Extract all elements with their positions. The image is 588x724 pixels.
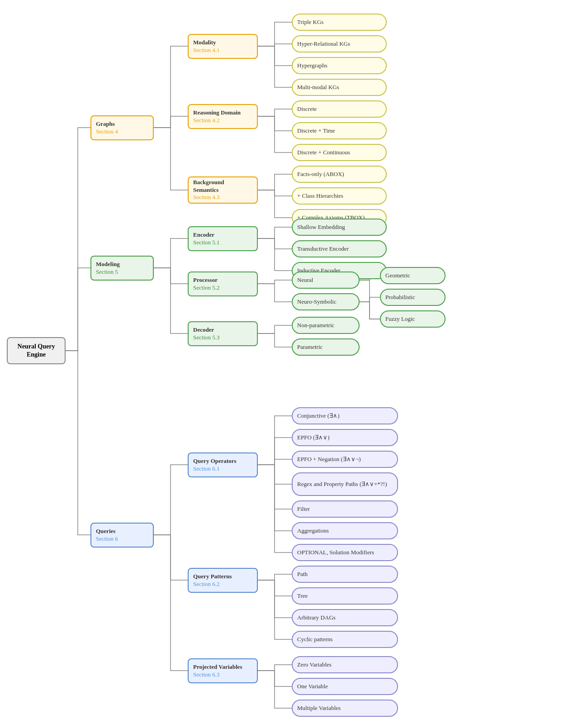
hyper-rel-label: Hyper-Relational KGs bbox=[297, 40, 381, 48]
background-title: BackgroundSemantics bbox=[193, 179, 252, 194]
qoperators-title: Query Operators bbox=[193, 457, 252, 465]
optional-node: OPTIONAL, Solution Modifiers bbox=[292, 544, 398, 561]
non-param-node: Non-parametric bbox=[292, 317, 360, 334]
probabilistic-node: Probabilistic bbox=[380, 289, 446, 306]
triple-node: Triple KGs bbox=[292, 14, 387, 31]
discrete-time-label: Discrete + Time bbox=[297, 127, 381, 135]
queries-sub: Section 6 bbox=[96, 535, 148, 543]
filter-node: Filter bbox=[292, 500, 398, 518]
path-node: Path bbox=[292, 566, 398, 583]
parametric-label: Parametric bbox=[297, 343, 354, 351]
graphs-sub: Section 4 bbox=[96, 128, 148, 136]
neural-node: Neural bbox=[292, 272, 360, 289]
queries-title: Queries bbox=[96, 528, 148, 535]
root-label: Neural Query Engine bbox=[12, 343, 60, 359]
zero-var-node: Zero Variables bbox=[292, 656, 398, 673]
modality-sub: Section 4.1 bbox=[193, 47, 252, 54]
zero-var-label: Zero Variables bbox=[297, 661, 393, 669]
transductive-node: Transductive Encoder bbox=[292, 240, 387, 257]
aggregations-label: Aggregations bbox=[297, 527, 393, 535]
arbitrary-node: Arbitrary DAGs bbox=[292, 609, 398, 626]
one-var-node: One Variable bbox=[292, 678, 398, 695]
reasoning-title: Reasoning Domain bbox=[193, 109, 252, 117]
triple-label: Triple KGs bbox=[297, 19, 381, 26]
decoder-sub: Section 5.3 bbox=[193, 334, 252, 342]
neural-label: Neural bbox=[297, 276, 354, 284]
encoder-title: Encoder bbox=[193, 231, 252, 239]
background-sub: Section 4.3 bbox=[193, 194, 252, 201]
modality-title: Modality bbox=[193, 39, 252, 47]
processor-title: Processor bbox=[193, 276, 252, 284]
geometric-label: Geometric bbox=[385, 272, 440, 280]
hyper-rel-node: Hyper-Relational KGs bbox=[292, 35, 387, 52]
epfo-node: EPFO (∃∧∨) bbox=[292, 429, 398, 446]
multi-var-node: Multiple Variables bbox=[292, 700, 398, 717]
hypergraphs-label: Hypergraphs bbox=[297, 62, 381, 70]
projected-sub: Section 6.3 bbox=[193, 671, 252, 679]
qpatterns-sub: Section 6.2 bbox=[193, 581, 252, 588]
neuro-sym-node: Neuro-Symbolic bbox=[292, 293, 360, 310]
background-node: BackgroundSemantics Section 4.3 bbox=[188, 176, 258, 204]
root-node: Neural Query Engine bbox=[7, 337, 66, 364]
qoperators-sub: Section 6.1 bbox=[193, 465, 252, 473]
decoder-title: Decoder bbox=[193, 326, 252, 334]
discrete-time-node: Discrete + Time bbox=[292, 122, 387, 139]
projected-title: Projected Variables bbox=[193, 663, 252, 671]
aggregations-node: Aggregations bbox=[292, 522, 398, 539]
discrete-node: Discrete bbox=[292, 100, 387, 118]
transductive-label: Transductive Encoder bbox=[297, 245, 381, 253]
epfo-neg-node: EPFO + Negation (∃∧∨¬) bbox=[292, 451, 398, 468]
probabilistic-label: Probabilistic bbox=[385, 294, 440, 301]
multimodal-node: Multi-modal KGs bbox=[292, 79, 387, 96]
arbitrary-label: Arbitrary DAGs bbox=[297, 614, 393, 622]
multi-var-label: Multiple Variables bbox=[297, 705, 393, 712]
tree-node: Tree bbox=[292, 587, 398, 605]
discrete-cont-label: Discrete + Continuous bbox=[297, 149, 381, 157]
graphs-node: Graphs Section 4 bbox=[90, 115, 154, 140]
class-hier-node: + Class Hierarchies bbox=[292, 187, 387, 205]
filter-label: Filter bbox=[297, 505, 393, 513]
discrete-label: Discrete bbox=[297, 105, 381, 113]
fuzzy-node: Fuzzy Logic bbox=[380, 310, 446, 328]
one-var-label: One Variable bbox=[297, 683, 393, 691]
processor-sub: Section 5.2 bbox=[193, 284, 252, 292]
hypergraphs-node: Hypergraphs bbox=[292, 57, 387, 74]
projected-node: Projected Variables Section 6.3 bbox=[188, 658, 258, 683]
qpatterns-node: Query Patterns Section 6.2 bbox=[188, 568, 258, 593]
tree-label: Tree bbox=[297, 592, 393, 600]
cyclic-label: Cyclic patterns bbox=[297, 636, 393, 643]
facts-only-label: Facts-only (ABOX) bbox=[297, 171, 381, 178]
class-hier-label: + Class Hierarchies bbox=[297, 192, 381, 200]
shallow-node: Shallow Embedding bbox=[292, 219, 387, 236]
graphs-title: Graphs bbox=[96, 120, 148, 128]
qpatterns-title: Query Patterns bbox=[193, 573, 252, 581]
geometric-node: Geometric bbox=[380, 267, 446, 284]
neuro-sym-label: Neuro-Symbolic bbox=[297, 298, 354, 306]
modeling-title: Modeling bbox=[96, 261, 148, 268]
optional-label: OPTIONAL, Solution Modifiers bbox=[297, 549, 393, 557]
cyclic-node: Cyclic patterns bbox=[292, 631, 398, 648]
encoder-sub: Section 5.1 bbox=[193, 239, 252, 247]
conjunctive-node: Conjunctive (∃∧) bbox=[292, 407, 398, 424]
modeling-sub: Section 5 bbox=[96, 268, 148, 276]
facts-only-node: Facts-only (ABOX) bbox=[292, 166, 387, 183]
conjunctive-label: Conjunctive (∃∧) bbox=[297, 412, 393, 420]
decoder-node: Decoder Section 5.3 bbox=[188, 321, 258, 346]
modeling-node: Modeling Section 5 bbox=[90, 256, 154, 281]
path-label: Path bbox=[297, 571, 393, 578]
parametric-node: Parametric bbox=[292, 338, 360, 356]
processor-node: Processor Section 5.2 bbox=[188, 272, 258, 296]
queries-node: Queries Section 6 bbox=[90, 523, 154, 548]
non-param-label: Non-parametric bbox=[297, 322, 354, 329]
discrete-cont-node: Discrete + Continuous bbox=[292, 144, 387, 161]
reasoning-node: Reasoning Domain Section 4.2 bbox=[188, 104, 258, 129]
fuzzy-label: Fuzzy Logic bbox=[385, 315, 440, 323]
epfo-neg-label: EPFO + Negation (∃∧∨¬) bbox=[297, 456, 393, 463]
regex-label: Regex and Property Paths (∃∧∨+*?!) bbox=[297, 481, 393, 488]
reasoning-sub: Section 4.2 bbox=[193, 117, 252, 124]
modality-node: Modality Section 4.1 bbox=[188, 34, 258, 59]
encoder-node: Encoder Section 5.1 bbox=[188, 226, 258, 251]
regex-node: Regex and Property Paths (∃∧∨+*?!) bbox=[292, 472, 398, 496]
qoperators-node: Query Operators Section 6.1 bbox=[188, 452, 258, 477]
diagram-container: Neural Query Engine Graphs Section 4 Mod… bbox=[0, 0, 588, 724]
